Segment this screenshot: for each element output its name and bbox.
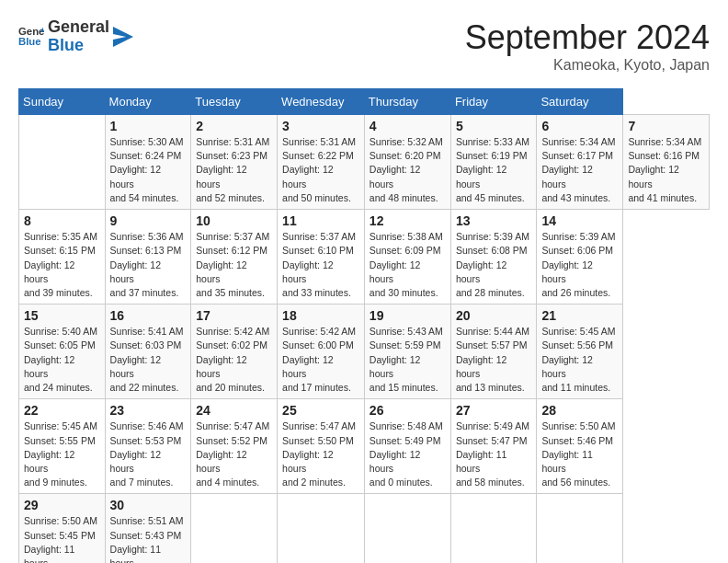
day-number: 8 xyxy=(24,213,100,228)
logo-arrow-icon xyxy=(113,27,133,47)
calendar-day-cell: 23Sunrise: 5:46 AMSunset: 5:53 PMDayligh… xyxy=(105,399,191,494)
calendar-day-cell: 17Sunrise: 5:42 AMSunset: 6:02 PMDayligh… xyxy=(191,304,278,399)
day-info: Sunrise: 5:47 AMSunset: 5:52 PMDaylight:… xyxy=(196,419,272,489)
day-info: Sunrise: 5:33 AMSunset: 6:19 PMDaylight:… xyxy=(456,135,532,205)
logo: General Blue General Blue xyxy=(18,18,133,55)
day-number: 30 xyxy=(110,498,187,512)
day-number: 11 xyxy=(282,213,359,228)
calendar-day-cell: 5Sunrise: 5:33 AMSunset: 6:19 PMDaylight… xyxy=(450,115,537,210)
day-info: Sunrise: 5:44 AMSunset: 5:57 PMDaylight:… xyxy=(456,325,532,395)
svg-text:Blue: Blue xyxy=(18,36,41,47)
day-info: Sunrise: 5:37 AMSunset: 6:10 PMDaylight:… xyxy=(282,230,359,300)
day-info: Sunrise: 5:49 AMSunset: 5:47 PMDaylight:… xyxy=(456,419,532,489)
day-info: Sunrise: 5:39 AMSunset: 6:08 PMDaylight:… xyxy=(456,230,532,300)
day-info: Sunrise: 5:46 AMSunset: 5:53 PMDaylight:… xyxy=(110,419,187,489)
day-info: Sunrise: 5:47 AMSunset: 5:50 PMDaylight:… xyxy=(282,419,359,489)
calendar-day-cell: 3Sunrise: 5:31 AMSunset: 6:22 PMDaylight… xyxy=(278,115,365,210)
calendar-day-cell: 26Sunrise: 5:48 AMSunset: 5:49 PMDayligh… xyxy=(364,399,450,494)
calendar-day-cell: 10Sunrise: 5:37 AMSunset: 6:12 PMDayligh… xyxy=(191,210,278,304)
day-info: Sunrise: 5:39 AMSunset: 6:06 PMDaylight:… xyxy=(541,230,618,300)
day-number: 14 xyxy=(541,213,618,228)
weekday-header: Sunday xyxy=(19,89,106,115)
day-number: 15 xyxy=(24,308,100,323)
day-number: 6 xyxy=(541,119,618,133)
calendar-day-cell: 21Sunrise: 5:45 AMSunset: 5:56 PMDayligh… xyxy=(537,304,623,399)
calendar-day-cell: 1Sunrise: 5:30 AMSunset: 6:24 PMDaylight… xyxy=(105,115,191,210)
day-info: Sunrise: 5:34 AMSunset: 6:17 PMDaylight:… xyxy=(541,135,618,205)
calendar-day-cell: 25Sunrise: 5:47 AMSunset: 5:50 PMDayligh… xyxy=(278,399,365,494)
day-info: Sunrise: 5:45 AMSunset: 5:55 PMDaylight:… xyxy=(24,419,100,489)
day-number: 22 xyxy=(24,403,100,418)
day-number: 29 xyxy=(24,498,100,512)
day-number: 16 xyxy=(110,308,187,323)
calendar-day-cell xyxy=(191,494,278,563)
day-number: 10 xyxy=(196,213,272,228)
page-header: General Blue General Blue September 2024… xyxy=(18,18,710,74)
calendar-week-row: 1Sunrise: 5:30 AMSunset: 6:24 PMDaylight… xyxy=(19,115,710,210)
day-number: 3 xyxy=(282,119,359,133)
day-number: 13 xyxy=(456,213,532,228)
day-number: 1 xyxy=(110,119,187,133)
day-number: 20 xyxy=(456,308,532,323)
weekday-header: Friday xyxy=(450,89,537,115)
calendar-table: SundayMondayTuesdayWednesdayThursdayFrid… xyxy=(18,88,710,563)
month-title: September 2024 xyxy=(465,18,710,57)
day-info: Sunrise: 5:38 AMSunset: 6:09 PMDaylight:… xyxy=(370,230,446,300)
day-info: Sunrise: 5:32 AMSunset: 6:20 PMDaylight:… xyxy=(370,135,446,205)
day-number: 4 xyxy=(370,119,446,133)
weekday-header: Wednesday xyxy=(278,89,365,115)
calendar-day-cell: 28Sunrise: 5:50 AMSunset: 5:46 PMDayligh… xyxy=(537,399,623,494)
day-info: Sunrise: 5:51 AMSunset: 5:43 PMDaylight:… xyxy=(110,514,187,563)
location-subtitle: Kameoka, Kyoto, Japan xyxy=(465,57,710,74)
calendar-day-cell: 14Sunrise: 5:39 AMSunset: 6:06 PMDayligh… xyxy=(537,210,623,304)
weekday-header: Saturday xyxy=(537,89,623,115)
day-number: 12 xyxy=(370,213,446,228)
day-info: Sunrise: 5:34 AMSunset: 6:16 PMDaylight:… xyxy=(628,135,704,205)
calendar-day-cell: 12Sunrise: 5:38 AMSunset: 6:09 PMDayligh… xyxy=(364,210,450,304)
calendar-day-cell: 4Sunrise: 5:32 AMSunset: 6:20 PMDaylight… xyxy=(364,115,450,210)
weekday-header-row: SundayMondayTuesdayWednesdayThursdayFrid… xyxy=(19,89,710,115)
calendar-day-cell: 20Sunrise: 5:44 AMSunset: 5:57 PMDayligh… xyxy=(450,304,537,399)
calendar-day-cell xyxy=(364,494,450,563)
day-number: 25 xyxy=(282,403,359,418)
day-number: 7 xyxy=(628,119,704,133)
day-info: Sunrise: 5:50 AMSunset: 5:45 PMDaylight:… xyxy=(24,514,100,563)
weekday-header: Tuesday xyxy=(191,89,278,115)
calendar-day-cell xyxy=(537,494,623,563)
calendar-day-cell: 27Sunrise: 5:49 AMSunset: 5:47 PMDayligh… xyxy=(450,399,537,494)
day-number: 26 xyxy=(370,403,446,418)
weekday-header: Monday xyxy=(105,89,191,115)
day-number: 5 xyxy=(456,119,532,133)
logo-general: General xyxy=(48,18,109,37)
day-info: Sunrise: 5:48 AMSunset: 5:49 PMDaylight:… xyxy=(370,419,446,489)
calendar-day-cell: 16Sunrise: 5:41 AMSunset: 6:03 PMDayligh… xyxy=(105,304,191,399)
day-number: 19 xyxy=(370,308,446,323)
day-number: 9 xyxy=(110,213,187,228)
calendar-day-cell: 24Sunrise: 5:47 AMSunset: 5:52 PMDayligh… xyxy=(191,399,278,494)
calendar-day-cell: 8Sunrise: 5:35 AMSunset: 6:15 PMDaylight… xyxy=(19,210,106,304)
calendar-day-cell: 15Sunrise: 5:40 AMSunset: 6:05 PMDayligh… xyxy=(19,304,106,399)
day-info: Sunrise: 5:31 AMSunset: 6:22 PMDaylight:… xyxy=(282,135,359,205)
day-number: 23 xyxy=(110,403,187,418)
calendar-week-row: 15Sunrise: 5:40 AMSunset: 6:05 PMDayligh… xyxy=(19,304,710,399)
calendar-day-cell xyxy=(278,494,365,563)
day-info: Sunrise: 5:42 AMSunset: 6:02 PMDaylight:… xyxy=(196,325,272,395)
day-info: Sunrise: 5:43 AMSunset: 5:59 PMDaylight:… xyxy=(370,325,446,395)
calendar-week-row: 8Sunrise: 5:35 AMSunset: 6:15 PMDaylight… xyxy=(19,210,710,304)
day-info: Sunrise: 5:30 AMSunset: 6:24 PMDaylight:… xyxy=(110,135,187,205)
day-number: 28 xyxy=(541,403,618,418)
day-info: Sunrise: 5:31 AMSunset: 6:23 PMDaylight:… xyxy=(196,135,272,205)
calendar-day-cell: 7Sunrise: 5:34 AMSunset: 6:16 PMDaylight… xyxy=(623,115,710,210)
calendar-day-cell: 2Sunrise: 5:31 AMSunset: 6:23 PMDaylight… xyxy=(191,115,278,210)
day-info: Sunrise: 5:35 AMSunset: 6:15 PMDaylight:… xyxy=(24,230,100,300)
logo-blue: Blue xyxy=(48,37,109,55)
logo-icon: General Blue xyxy=(18,24,44,50)
calendar-day-cell: 18Sunrise: 5:42 AMSunset: 6:00 PMDayligh… xyxy=(278,304,365,399)
day-info: Sunrise: 5:40 AMSunset: 6:05 PMDaylight:… xyxy=(24,325,100,395)
calendar-day-cell: 11Sunrise: 5:37 AMSunset: 6:10 PMDayligh… xyxy=(278,210,365,304)
day-number: 21 xyxy=(541,308,618,323)
day-number: 17 xyxy=(196,308,272,323)
calendar-week-row: 22Sunrise: 5:45 AMSunset: 5:55 PMDayligh… xyxy=(19,399,710,494)
calendar-day-cell: 29Sunrise: 5:50 AMSunset: 5:45 PMDayligh… xyxy=(19,494,106,563)
calendar-week-row: 29Sunrise: 5:50 AMSunset: 5:45 PMDayligh… xyxy=(19,494,710,563)
